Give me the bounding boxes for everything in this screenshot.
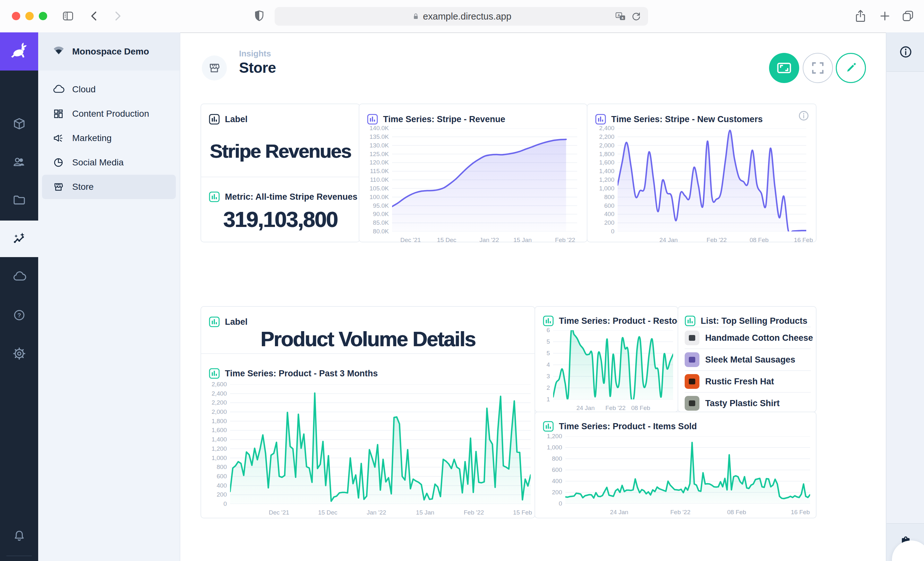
list-item[interactable]: Sleek Metal Sausages bbox=[685, 349, 811, 370]
y-tick-label: 0 bbox=[223, 500, 227, 507]
list-item[interactable]: Rustic Fresh Hat bbox=[685, 370, 811, 392]
fullscreen-button[interactable] bbox=[803, 53, 833, 83]
x-tick-label: 08 Feb bbox=[750, 236, 768, 244]
x-tick-label: 15 Jan bbox=[513, 236, 532, 244]
label-text: Product Volume Details bbox=[261, 327, 476, 351]
sidebar-item-cloud[interactable]: Cloud bbox=[42, 77, 176, 102]
module-users-icon[interactable] bbox=[0, 146, 38, 178]
reload-icon[interactable] bbox=[630, 10, 642, 23]
address-bar[interactable]: example.directus.app Aa bbox=[274, 7, 648, 25]
y-tick-label: 2,600 bbox=[212, 381, 227, 388]
product-thumbnail bbox=[685, 331, 699, 345]
x-tick-label: Feb '22 bbox=[464, 509, 484, 516]
y-tick-label: 100.0K bbox=[370, 194, 389, 200]
y-tick-label: 400 bbox=[217, 482, 227, 489]
project-status-icon bbox=[52, 45, 65, 58]
y-tick-label: 120.0K bbox=[370, 159, 389, 166]
metric-value: 319,103,800 bbox=[223, 207, 337, 232]
sidebar-item-label: Content Production bbox=[72, 109, 149, 119]
info-sidebar-button[interactable] bbox=[886, 32, 924, 72]
x-tick-label: Feb '22 bbox=[670, 509, 690, 516]
project-chooser[interactable]: Monospace Demo bbox=[38, 32, 180, 70]
sidebar-item-store[interactable]: Store bbox=[42, 175, 176, 199]
shield-icon[interactable] bbox=[252, 9, 266, 23]
x-tick-label: 08 Feb bbox=[728, 509, 746, 516]
share-icon[interactable] bbox=[854, 9, 867, 23]
y-tick-label: 800 bbox=[552, 455, 562, 462]
x-tick-label: Jan '22 bbox=[367, 509, 386, 516]
sidebar-item-label: Social Media bbox=[72, 157, 123, 168]
module-content-icon[interactable] bbox=[0, 108, 38, 140]
sidebar-item-label: Cloud bbox=[72, 84, 96, 94]
y-tick-label: 600 bbox=[217, 473, 227, 480]
panel-product-volume: Label Product Volume Details Time Series… bbox=[201, 306, 535, 518]
zoom-to-fit-button[interactable] bbox=[769, 53, 799, 83]
y-tick-label: 4 bbox=[546, 361, 550, 368]
x-tick-label: 15 Dec bbox=[318, 509, 337, 516]
product-thumbnail bbox=[685, 352, 699, 367]
y-tick-label: 0 bbox=[559, 500, 562, 507]
panel-title: Time Series: Product - Restocks bbox=[559, 316, 692, 326]
module-help-icon[interactable]: ? bbox=[0, 299, 38, 331]
time-series-icon bbox=[543, 421, 554, 432]
y-tick-label: 2,000 bbox=[599, 142, 614, 149]
forward-icon[interactable] bbox=[110, 9, 124, 23]
y-tick-label: 90.0K bbox=[373, 211, 389, 218]
y-tick-label: 5 bbox=[546, 338, 550, 345]
y-tick-label: 800 bbox=[217, 464, 227, 471]
label-text: Stripe Revenues bbox=[210, 140, 351, 162]
page-title: Store bbox=[239, 59, 276, 76]
breadcrumb[interactable]: Insights bbox=[239, 49, 271, 59]
panel-items-sold: Time Series: Product - Items Sold 1,2001… bbox=[534, 411, 816, 518]
y-tick-label: 3 bbox=[546, 373, 550, 380]
list-item[interactable]: Handmade Cotton Cheese bbox=[685, 327, 811, 349]
module-settings-icon[interactable] bbox=[0, 338, 38, 370]
navigation-panel: Monospace Demo CloudContent ProductionMa… bbox=[38, 32, 180, 561]
panel-title: Label bbox=[225, 114, 248, 124]
time-series-icon bbox=[595, 114, 606, 125]
panel-divider bbox=[201, 353, 534, 354]
panel-title: Time Series: Stripe - Revenue bbox=[383, 114, 506, 124]
new-tab-icon[interactable] bbox=[878, 9, 892, 23]
x-tick-label: Feb '22 bbox=[706, 236, 727, 244]
sidebar-item-content-production[interactable]: Content Production bbox=[42, 102, 176, 126]
translate-icon[interactable]: Aa bbox=[615, 10, 627, 23]
tab-overview-icon[interactable] bbox=[901, 9, 915, 23]
product-thumbnail bbox=[685, 374, 699, 389]
panel-title: List: Top Selling Products bbox=[701, 316, 807, 326]
new-customers-chart: 2,4002,2002,0001,8001,6001,4001,2001,000… bbox=[591, 128, 806, 232]
y-tick-label: 2,400 bbox=[599, 125, 614, 132]
nav-list: CloudContent ProductionMarketingSocial M… bbox=[42, 77, 176, 199]
window-close-button[interactable] bbox=[12, 12, 20, 20]
application-window: example.directus.app Aa bbox=[0, 0, 924, 561]
edit-dashboard-button[interactable] bbox=[836, 53, 866, 83]
user-avatar-icon[interactable] bbox=[0, 558, 38, 561]
restocks-chart: 6554321 24 JanFeb '2208 Feb bbox=[538, 330, 673, 399]
module-insights-icon[interactable] bbox=[0, 221, 38, 257]
x-tick-label: 15 Dec bbox=[437, 236, 456, 244]
back-icon[interactable] bbox=[87, 9, 101, 23]
y-tick-label: 85.0K bbox=[373, 219, 389, 226]
y-tick-label: 200 bbox=[552, 489, 562, 496]
window-minimize-button[interactable] bbox=[26, 12, 34, 20]
y-tick-label: 105.0K bbox=[370, 185, 389, 192]
y-tick-label: 110.0K bbox=[370, 176, 389, 183]
sidebar-item-marketing[interactable]: Marketing bbox=[42, 126, 176, 150]
directus-logo[interactable] bbox=[0, 32, 38, 70]
x-tick-label: Feb '22 bbox=[555, 236, 575, 244]
window-zoom-button[interactable] bbox=[39, 12, 47, 20]
product-thumbnail bbox=[685, 396, 699, 411]
sidebar-toggle-icon[interactable] bbox=[61, 9, 75, 23]
product-name: Tasty Plastic Shirt bbox=[705, 398, 780, 408]
info-icon[interactable] bbox=[798, 110, 810, 121]
module-files-icon[interactable] bbox=[0, 184, 38, 216]
x-tick-label: 24 Jan bbox=[610, 509, 628, 516]
y-tick-label: 2,200 bbox=[599, 133, 614, 141]
list-item[interactable]: Tasty Plastic Shirt bbox=[685, 392, 811, 414]
y-tick-label: 1,000 bbox=[599, 185, 614, 192]
panel-top-products: List: Top Selling Products Handmade Cott… bbox=[678, 306, 816, 412]
notifications-bell-icon[interactable] bbox=[0, 520, 38, 552]
x-axis: Dec '2115 DecJan '2215 JanFeb '2215 Feb bbox=[230, 504, 531, 519]
module-cloud-icon[interactable] bbox=[0, 260, 38, 293]
sidebar-item-social-media[interactable]: Social Media bbox=[42, 150, 176, 175]
